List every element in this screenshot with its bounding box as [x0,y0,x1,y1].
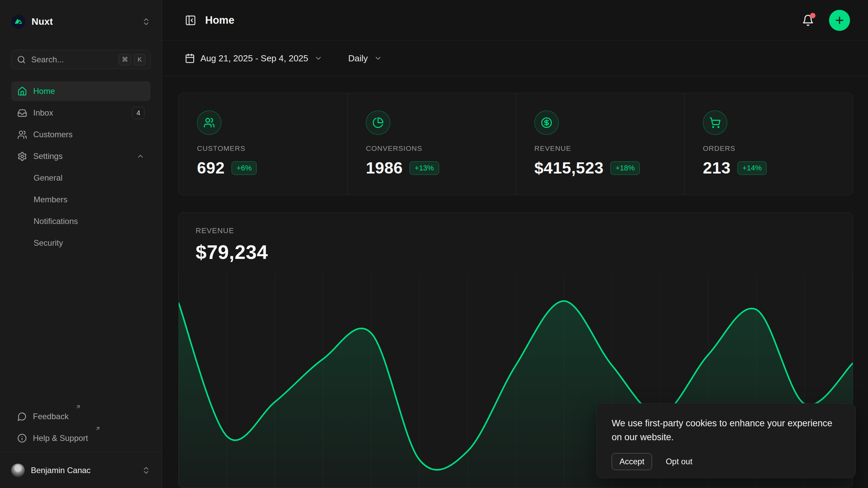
cookie-banner: We use first-party cookies to enhance yo… [596,403,856,478]
stat-card-customers: CUSTOMERS 692 +6% [179,93,347,195]
stat-delta-badge: +13% [410,161,439,175]
date-range-value: Aug 21, 2025 - Sep 4, 2025 [200,53,308,64]
cookie-message: We use first-party cookies to enhance yo… [612,416,841,444]
sidebar-item-label: Settings [33,152,63,160]
nuxt-logo-icon [11,15,25,29]
sidebar-subitem-label: Members [34,195,67,204]
search-shortcut: ⌘ K [119,54,145,65]
home-icon [17,86,27,96]
date-range-picker[interactable]: Aug 21, 2025 - Sep 4, 2025 [185,53,322,64]
workspace-switcher[interactable]: Nuxt [11,15,151,29]
search-placeholder: Search... [31,55,64,64]
users-icon [17,130,27,140]
external-link-icon [75,404,81,410]
page-title: Home [205,14,234,26]
sidebar-item-label: Inbox [33,109,53,117]
search-input[interactable]: Search... ⌘ K [11,50,151,69]
chevrons-up-down-icon [142,466,151,475]
footer-link-label: Help & Support [33,434,88,442]
stat-value: $415,523 [534,159,604,177]
stat-card-conversions: CONVERSIONS 1986 +13% [347,93,516,195]
opt-out-button[interactable]: Opt out [666,457,692,466]
users-icon [197,110,221,135]
sidebar-footer: Feedback Help & Support [11,407,151,452]
stat-value: 692 [197,159,225,177]
chevron-down-icon [314,54,322,62]
accept-cookies-button[interactable]: Accept [612,453,652,470]
stat-card-orders: ORDERS 213 +14% [684,93,853,195]
inbox-count-badge: 4 [132,107,144,119]
message-bubble-icon [17,412,27,421]
user-menu[interactable]: Benjamin Canac [0,452,162,488]
sidebar-subitem-label: Security [34,238,63,248]
sidebar-item-home[interactable]: Home [11,81,151,101]
stat-delta-badge: +6% [232,161,257,175]
sidebar-nav: Home Inbox 4 Customers Settings General [11,81,151,253]
collapse-sidebar-icon[interactable] [185,15,196,26]
brand-name: Nuxt [32,16,53,27]
kbd-k: K [134,54,145,65]
stat-value: 1986 [366,159,403,177]
sidebar-item-inbox[interactable]: Inbox 4 [11,103,151,123]
chevron-up-icon [136,152,144,160]
revenue-chart-value: $79,234 [196,241,836,263]
stat-label: CONVERSIONS [366,144,497,152]
sidebar-item-customers[interactable]: Customers [11,125,151,144]
stats-cards: CUSTOMERS 692 +6% CONVERSIONS 1986 +13% … [178,93,853,195]
sidebar-item-label: Customers [33,130,73,139]
search-icon [17,55,26,64]
page-header: Home [162,0,868,41]
sidebar-item-members[interactable]: Members [11,190,151,209]
user-avatar [11,464,25,477]
external-link-icon [95,426,101,431]
user-name: Benjamin Canac [31,466,91,475]
info-circle-icon [17,433,27,443]
notification-dot [810,13,815,18]
stat-card-revenue: REVENUE $415,523 +18% [516,93,684,195]
sidebar-item-security[interactable]: Security [11,233,151,253]
sidebar-item-notifications[interactable]: Notifications [11,211,151,231]
stat-label: REVENUE [534,144,666,152]
sidebar-item-general[interactable]: General [11,168,151,188]
stat-label: ORDERS [703,144,834,152]
help-support-link[interactable]: Help & Support [11,428,151,448]
chevron-down-icon [374,54,382,62]
inbox-icon [17,108,27,118]
stat-value: 213 [703,159,731,177]
sidebar-item-settings[interactable]: Settings [11,146,151,166]
add-button[interactable] [829,10,850,31]
feedback-link[interactable]: Feedback [11,407,151,426]
revenue-chart-label: REVENUE [196,226,836,235]
stat-delta-badge: +18% [610,161,640,175]
sidebar: Nuxt Search... ⌘ K Home Inbox 4 [0,0,162,488]
footer-link-label: Feedback [33,412,68,421]
notifications-button[interactable] [802,14,814,26]
sidebar-subitem-label: General [34,173,62,183]
kbd-meta: ⌘ [119,54,131,65]
sidebar-item-label: Home [33,87,55,95]
stat-label: CUSTOMERS [197,144,329,152]
sidebar-subitem-label: Notifications [34,217,78,226]
chevrons-up-down-icon[interactable] [142,17,151,26]
circle-dollar-icon [534,110,559,135]
granularity-value: Daily [348,53,368,64]
stat-delta-badge: +14% [737,161,767,175]
shopping-cart-icon [703,110,727,135]
plus-icon [834,15,845,26]
filter-bar: Aug 21, 2025 - Sep 4, 2025 Daily [162,41,868,76]
granularity-select[interactable]: Daily [348,53,382,64]
calendar-icon [185,53,195,63]
pie-chart-icon [366,110,390,135]
gear-icon [17,151,27,161]
